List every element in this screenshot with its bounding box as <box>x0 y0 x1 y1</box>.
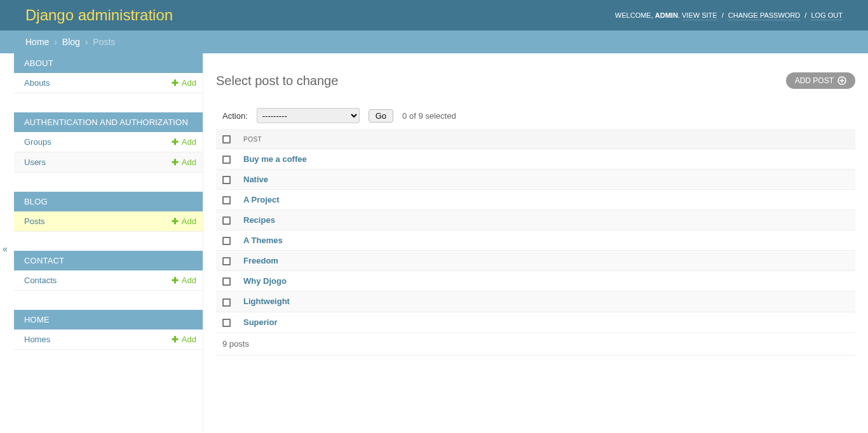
select-all-header <box>216 130 237 149</box>
breadcrumb-home[interactable]: Home <box>25 37 49 47</box>
app-caption[interactable]: BLOG <box>14 192 203 211</box>
breadcrumb-current: Posts <box>93 37 115 47</box>
add-label: Add <box>182 157 196 167</box>
action-select[interactable]: --------- <box>257 108 360 123</box>
table-row: Native <box>216 170 855 190</box>
separator: / <box>804 11 806 19</box>
model-row-abouts: Abouts ✚ Add <box>14 73 203 93</box>
results-table: POST Buy me a coffee Native A Project <box>216 130 855 333</box>
plus-icon: ✚ <box>172 138 179 146</box>
logout-link[interactable]: LOG OUT <box>811 11 843 20</box>
plus-icon: ✚ <box>172 79 179 87</box>
column-header-post[interactable]: POST <box>237 130 855 149</box>
add-button-label: ADD POST <box>795 76 834 85</box>
app-caption[interactable]: ABOUT <box>14 53 203 73</box>
app-caption[interactable]: CONTACT <box>14 251 203 270</box>
row-link[interactable]: Freedom <box>243 256 278 265</box>
row-link[interactable]: Buy me a coffee <box>243 154 307 164</box>
app-module-home: HOME Homes ✚ Add <box>14 310 203 350</box>
table-row: A Project <box>216 190 855 210</box>
app-module-contact: CONTACT Contacts ✚ Add <box>14 251 203 291</box>
select-all-checkbox[interactable] <box>222 135 231 143</box>
breadcrumb-sep: › <box>85 37 88 47</box>
page-header: Django administration WELCOME, ADMIN. VI… <box>0 0 868 30</box>
row-checkbox[interactable] <box>222 176 231 184</box>
plus-icon <box>837 76 846 85</box>
change-password-link[interactable]: CHANGE PASSWORD <box>728 11 800 20</box>
table-row: Lightweight <box>216 291 855 312</box>
model-row-groups: Groups ✚ Add <box>14 132 203 152</box>
row-checkbox[interactable] <box>222 196 231 204</box>
row-checkbox[interactable] <box>222 156 231 164</box>
plus-icon: ✚ <box>172 218 179 225</box>
add-label: Add <box>182 216 196 226</box>
breadcrumb-app[interactable]: Blog <box>62 37 80 47</box>
model-link[interactable]: Users <box>24 157 46 167</box>
model-link[interactable]: Contacts <box>24 276 57 285</box>
row-link[interactable]: A Project <box>243 195 280 204</box>
selection-count: 0 of 9 selected <box>402 111 456 121</box>
actions-bar: Action: --------- Go 0 of 9 selected <box>216 102 855 130</box>
add-label: Add <box>182 276 196 285</box>
model-row-contacts: Contacts ✚ Add <box>14 270 203 291</box>
add-link[interactable]: ✚ Add <box>172 157 196 167</box>
model-row-homes: Homes ✚ Add <box>14 330 203 350</box>
model-link[interactable]: Groups <box>24 137 51 147</box>
add-link[interactable]: ✚ Add <box>172 276 196 285</box>
model-link[interactable]: Homes <box>24 335 50 344</box>
nav-sidebar: « ABOUT Abouts ✚ Add AUTHENTICATION AND … <box>14 53 203 432</box>
add-label: Add <box>182 137 196 147</box>
content-main: Select post to change ADD POST Action: -… <box>203 53 868 432</box>
plus-icon: ✚ <box>172 277 179 284</box>
model-link[interactable]: Posts <box>24 216 45 226</box>
row-checkbox[interactable] <box>222 298 231 307</box>
row-link[interactable]: Why Djogo <box>243 276 287 286</box>
sidebar-toggle[interactable]: « <box>3 244 13 254</box>
content-header: Select post to change ADD POST <box>216 72 855 89</box>
add-label: Add <box>182 335 196 344</box>
branding-link[interactable]: Django administration <box>25 6 173 24</box>
row-link[interactable]: Superior <box>243 317 277 327</box>
table-row: Recipes <box>216 210 855 230</box>
add-label: Add <box>182 78 196 88</box>
row-link[interactable]: Lightweight <box>243 296 290 306</box>
row-checkbox[interactable] <box>222 237 231 245</box>
view-site-link[interactable]: VIEW SITE <box>682 11 717 20</box>
row-checkbox[interactable] <box>222 216 231 225</box>
add-link[interactable]: ✚ Add <box>172 137 196 147</box>
row-link[interactable]: Recipes <box>243 215 275 225</box>
welcome-text: WELCOME, <box>615 11 655 19</box>
table-row: Why Djogo <box>216 271 855 291</box>
row-checkbox[interactable] <box>222 257 231 265</box>
action-label: Action: <box>222 111 248 121</box>
model-row-posts: Posts ✚ Add <box>14 211 203 232</box>
row-checkbox[interactable] <box>222 277 231 286</box>
row-link[interactable]: Native <box>243 175 268 184</box>
table-row: Buy me a coffee <box>216 149 855 170</box>
app-module-blog: BLOG Posts ✚ Add <box>14 192 203 232</box>
table-row: Freedom <box>216 251 855 271</box>
go-button[interactable]: Go <box>369 109 393 123</box>
row-link[interactable]: A Themes <box>243 236 283 245</box>
row-checkbox[interactable] <box>222 319 231 327</box>
paginator: 9 posts <box>216 333 855 356</box>
username: ADMIN <box>655 11 678 19</box>
chevron-double-left-icon: « <box>3 244 8 254</box>
add-link[interactable]: ✚ Add <box>172 78 196 88</box>
table-row: A Themes <box>216 230 855 251</box>
model-row-users: Users ✚ Add <box>14 152 203 173</box>
app-caption[interactable]: AUTHENTICATION AND AUTHORIZATION <box>14 112 203 132</box>
add-link[interactable]: ✚ Add <box>172 335 196 344</box>
model-link[interactable]: Abouts <box>24 78 50 88</box>
separator: / <box>722 11 724 19</box>
app-module-about: ABOUT Abouts ✚ Add <box>14 53 203 93</box>
plus-icon: ✚ <box>172 336 179 343</box>
plus-icon: ✚ <box>172 159 179 166</box>
breadcrumb-sep: › <box>54 37 57 47</box>
page-title: Select post to change <box>216 74 338 88</box>
table-row: Superior <box>216 312 855 332</box>
app-caption[interactable]: HOME <box>14 310 203 330</box>
add-post-button[interactable]: ADD POST <box>786 72 855 89</box>
user-links: WELCOME, ADMIN. VIEW SITE / CHANGE PASSW… <box>615 11 843 19</box>
add-link[interactable]: ✚ Add <box>172 216 196 226</box>
